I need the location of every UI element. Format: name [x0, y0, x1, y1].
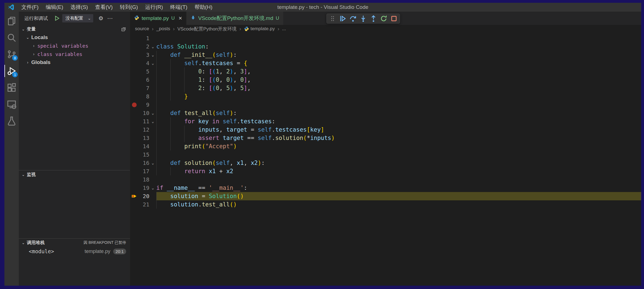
- fold-chevron-icon[interactable]: ⌄: [149, 159, 156, 167]
- breakpoint-gutter[interactable]: [130, 175, 138, 184]
- code-line[interactable]: 13 assert target == self.solution(*input…: [130, 134, 641, 142]
- code-line-content[interactable]: [156, 101, 641, 109]
- code-line-content[interactable]: if __name__ == '__main__':: [156, 184, 641, 192]
- breadcrumb-item[interactable]: source: [135, 26, 149, 32]
- variables-tree-row[interactable]: ›class variables: [19, 50, 130, 58]
- code-line[interactable]: 12 inputs, target = self.testcases[key]: [130, 126, 641, 134]
- code-line[interactable]: 16⌄ def solution(self, x1, x2):: [130, 159, 641, 167]
- breakpoint-gutter[interactable]: [130, 34, 138, 42]
- code-line[interactable]: 8 }: [130, 92, 641, 101]
- sidebar-item-extensions[interactable]: [4, 79, 19, 96]
- code-line-content[interactable]: for key in self.testcases:: [156, 117, 641, 126]
- code-line-content[interactable]: solution.test_all(): [156, 200, 641, 209]
- breadcrumb-item[interactable]: _posts: [156, 26, 170, 32]
- start-debugging-button[interactable]: [54, 15, 60, 21]
- code-line[interactable]: 4⌄ self.testcases = {: [130, 59, 641, 67]
- code-line[interactable]: 2⌄class Solution:: [130, 42, 641, 51]
- callstack-frame[interactable]: <module> template.py 20:1: [19, 247, 130, 256]
- fold-chevron-icon[interactable]: ⌄: [149, 42, 156, 51]
- code-line[interactable]: 15: [130, 150, 641, 159]
- code-line[interactable]: 10⌄ def test_all(self):: [130, 109, 641, 117]
- watch-section-header[interactable]: ⌄ 监视: [19, 170, 130, 179]
- drag-handle[interactable]: [329, 15, 336, 22]
- fold-chevron-icon[interactable]: ⌄: [149, 59, 156, 67]
- breakpoint-gutter[interactable]: [130, 159, 138, 167]
- code-line-content[interactable]: return x1 + x2: [156, 167, 641, 175]
- code-line-content[interactable]: solution = Solution(): [156, 192, 641, 200]
- continue-button[interactable]: [339, 15, 347, 22]
- code-line[interactable]: 17 return x1 + x2: [130, 167, 641, 175]
- code-line-content[interactable]: class Solution:: [156, 42, 641, 51]
- breakpoint-gutter[interactable]: [130, 117, 138, 126]
- code-line-content[interactable]: 1: [(0, 0), 0],: [156, 76, 641, 84]
- breakpoint-gutter[interactable]: [130, 150, 138, 159]
- menu-item[interactable]: 编辑(E): [42, 4, 67, 11]
- debug-config-dropdown[interactable]: 没有配置 ⌄: [62, 14, 93, 22]
- code-line[interactable]: 20 solution = Solution(): [130, 192, 641, 200]
- code-line-content[interactable]: inputs, target = self.testcases[key]: [156, 126, 641, 134]
- breakpoint-gutter[interactable]: [130, 59, 138, 67]
- breakpoint-gutter[interactable]: [130, 92, 138, 101]
- variables-section-header[interactable]: ⌄ 变量: [19, 25, 130, 33]
- menu-item[interactable]: 转到(G): [116, 4, 141, 11]
- tab-vscode-python-md[interactable]: VScode配置Python开发环境.md U: [186, 12, 284, 25]
- menu-item[interactable]: 查看(V): [92, 4, 116, 11]
- breakpoint-gutter[interactable]: [130, 126, 138, 134]
- sidebar-item-source-control[interactable]: 8: [4, 46, 19, 63]
- fold-chevron-icon[interactable]: ⌄: [149, 51, 156, 59]
- more-actions-icon[interactable]: ⋯: [107, 15, 113, 22]
- variables-tree-row[interactable]: ›special variables: [19, 42, 130, 50]
- step-into-button[interactable]: [359, 15, 367, 22]
- breakpoint-gutter[interactable]: [130, 51, 138, 59]
- sidebar-item-testing[interactable]: [4, 112, 19, 129]
- code-line[interactable]: 14 print("Accept"): [130, 142, 641, 150]
- breadcrumb-item[interactable]: template.py: [244, 26, 275, 32]
- code-line[interactable]: 9: [130, 101, 641, 109]
- breakpoint-gutter[interactable]: [130, 200, 138, 209]
- code-line[interactable]: 19⌄if __name__ == '__main__':: [130, 184, 641, 192]
- breakpoint-gutter[interactable]: [130, 167, 138, 175]
- code-line-content[interactable]: def test_all(self):: [156, 109, 641, 117]
- sidebar-item-run-and-debug[interactable]: 1: [4, 63, 19, 79]
- code-line-content[interactable]: }: [156, 92, 641, 101]
- fold-chevron-icon[interactable]: ⌄: [149, 117, 156, 126]
- variables-tree-row[interactable]: ›Globals: [19, 58, 130, 67]
- breakpoint-gutter[interactable]: [130, 109, 138, 117]
- sidebar-item-explorer[interactable]: [4, 13, 19, 29]
- breakpoint-gutter[interactable]: [130, 184, 138, 192]
- code-line-content[interactable]: print("Accept"): [156, 142, 641, 150]
- sidebar-item-search[interactable]: [4, 29, 19, 46]
- menu-item[interactable]: 终端(T): [167, 4, 191, 11]
- tab-template-py[interactable]: template.py U ×: [130, 12, 186, 25]
- sidebar-item-remote-explorer[interactable]: [4, 96, 19, 112]
- code-line-content[interactable]: def __init__(self):: [156, 51, 641, 59]
- breakpoint-gutter[interactable]: [130, 76, 138, 84]
- code-line-content[interactable]: 0: [(1, 2), 3],: [156, 67, 641, 76]
- breadcrumb-item[interactable]: ...: [282, 26, 286, 32]
- breadcrumb-item[interactable]: VScode配置Python开发环境: [177, 26, 237, 32]
- menu-item[interactable]: 运行(R): [142, 4, 167, 11]
- code-line-content[interactable]: [156, 175, 641, 184]
- variables-tree-row[interactable]: ⌄Locals: [19, 33, 130, 42]
- code-line[interactable]: 1: [130, 34, 641, 42]
- code-line[interactable]: 7 2: [(0, 5), 5],: [130, 84, 641, 92]
- menu-item[interactable]: 文件(F): [18, 4, 42, 11]
- stop-button[interactable]: [390, 15, 398, 22]
- code-line[interactable]: 3⌄ def __init__(self):: [130, 51, 641, 59]
- code-editor[interactable]: 12⌄class Solution:3⌄ def __init__(self):…: [130, 33, 641, 286]
- close-icon[interactable]: ×: [179, 15, 182, 21]
- breakpoint-gutter[interactable]: [130, 84, 138, 92]
- current-execution-pointer-icon[interactable]: [130, 192, 138, 200]
- code-line[interactable]: 5 0: [(1, 2), 3],: [130, 67, 641, 76]
- code-line-content[interactable]: [156, 34, 641, 42]
- breakpoint-gutter[interactable]: [130, 42, 138, 51]
- breakpoint-gutter[interactable]: [130, 67, 138, 76]
- breakpoint-gutter[interactable]: [130, 134, 138, 142]
- fold-chevron-icon[interactable]: ⌄: [149, 184, 156, 192]
- breakpoint-gutter[interactable]: [130, 142, 138, 150]
- fold-chevron-icon[interactable]: ⌄: [149, 109, 156, 117]
- step-out-button[interactable]: [370, 15, 377, 22]
- code-line-content[interactable]: 2: [(0, 5), 5],: [156, 84, 641, 92]
- code-line[interactable]: 11⌄ for key in self.testcases:: [130, 117, 641, 126]
- code-line-content[interactable]: [156, 150, 641, 159]
